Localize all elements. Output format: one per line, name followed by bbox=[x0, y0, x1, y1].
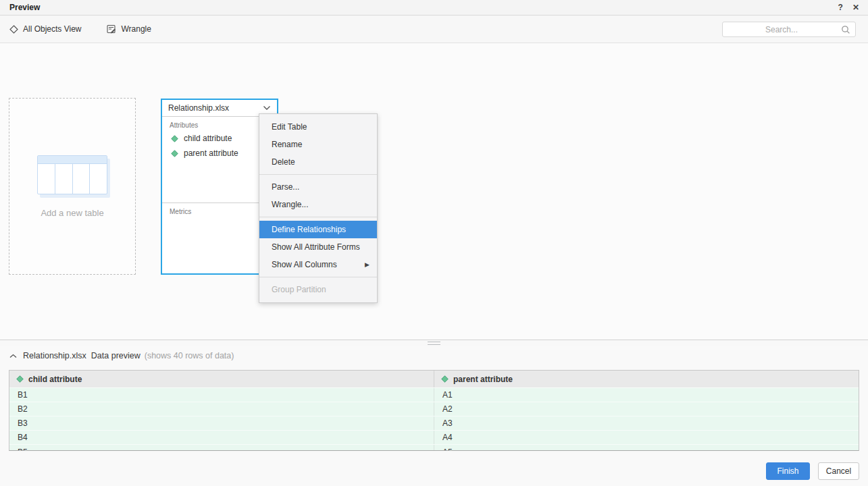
add-new-table-dropzone[interactable]: Add a new table bbox=[9, 98, 136, 275]
search-input[interactable] bbox=[723, 22, 855, 36]
search-icon[interactable] bbox=[840, 24, 851, 35]
submenu-arrow-icon: ▶ bbox=[365, 256, 369, 273]
all-objects-view-button[interactable]: All Objects View bbox=[9, 24, 81, 34]
menu-item-parse[interactable]: Parse... bbox=[259, 178, 377, 196]
menu-item-show-all-columns[interactable]: Show All Columns▶ bbox=[259, 256, 377, 273]
preview-title: Data preview bbox=[91, 351, 141, 360]
collapse-chevron-up-icon[interactable] bbox=[9, 354, 17, 358]
window-titlebar: Preview ? ✕ bbox=[0, 0, 868, 16]
close-icon[interactable]: ✕ bbox=[852, 3, 859, 11]
menu-item-rename[interactable]: Rename bbox=[259, 136, 377, 153]
table-cell: B2 bbox=[9, 402, 434, 416]
data-preview-panel: Relationship.xlsx Data preview (shows 40… bbox=[0, 346, 868, 486]
preview-subtitle: (shows 40 rows of data) bbox=[145, 351, 234, 360]
wrangle-label: Wrangle bbox=[121, 24, 151, 34]
table-cell: A2 bbox=[434, 402, 859, 416]
diamond-outline-icon bbox=[9, 25, 18, 34]
table-row[interactable]: B3A3 bbox=[9, 416, 859, 430]
wrangle-icon bbox=[107, 24, 116, 34]
table-row[interactable]: B4A4 bbox=[9, 430, 859, 444]
attribute-item-label: parent attribute bbox=[184, 148, 238, 158]
panel-splitter[interactable] bbox=[0, 340, 868, 346]
add-table-label: Add a new table bbox=[41, 208, 103, 218]
table-card-title: Relationship.xlsx bbox=[168, 103, 229, 113]
table-row[interactable]: B5A5 bbox=[9, 444, 859, 450]
data-table-header-row: child attributeparent attribute bbox=[9, 371, 859, 387]
menu-item-group-partition: Group Partition bbox=[259, 281, 377, 298]
table-cell: B4 bbox=[9, 431, 434, 444]
menu-item-wrangle[interactable]: Wrangle... bbox=[259, 196, 377, 213]
table-context-menu: Edit TableRenameDeleteParse...Wrangle...… bbox=[259, 113, 378, 303]
finish-button[interactable]: Finish bbox=[766, 462, 810, 480]
wrangle-button[interactable]: Wrangle bbox=[107, 24, 151, 34]
menu-divider bbox=[259, 277, 377, 277]
table-cell: A5 bbox=[434, 445, 859, 450]
table-cell: A1 bbox=[434, 388, 859, 402]
data-preview-header: Relationship.xlsx Data preview (shows 40… bbox=[0, 346, 868, 360]
column-header-child-attribute[interactable]: child attribute bbox=[9, 371, 434, 387]
data-preview-table: child attributeparent attribute B1A1B2A2… bbox=[9, 370, 859, 451]
column-header-parent-attribute[interactable]: parent attribute bbox=[434, 371, 859, 387]
column-header-label: parent attribute bbox=[453, 375, 513, 384]
table-cell: B5 bbox=[9, 445, 434, 450]
column-header-label: child attribute bbox=[28, 375, 82, 384]
table-row[interactable]: B1A1 bbox=[9, 387, 859, 402]
all-objects-view-label: All Objects View bbox=[23, 24, 81, 34]
table-icon bbox=[37, 155, 107, 194]
table-cell: A4 bbox=[434, 431, 859, 444]
menu-item-delete[interactable]: Delete bbox=[259, 153, 377, 171]
table-canvas: Add a new table Relationship.xlsx Attrib… bbox=[0, 44, 868, 340]
menu-divider bbox=[259, 174, 377, 175]
menu-item-show-all-attribute-forms[interactable]: Show All Attribute Forms bbox=[259, 238, 377, 256]
attribute-diamond-icon bbox=[441, 375, 449, 383]
window-title: Preview bbox=[0, 3, 40, 12]
attribute-item-label: child attribute bbox=[184, 134, 232, 143]
preview-table-name: Relationship.xlsx bbox=[23, 351, 86, 360]
toolbar: All Objects View Wrangle bbox=[0, 16, 868, 43]
table-row[interactable]: B2A2 bbox=[9, 402, 859, 416]
help-icon[interactable]: ? bbox=[838, 3, 843, 11]
data-table-body: B1A1B2A2B3A3B4A4B5A5 bbox=[9, 387, 859, 450]
attribute-diamond-icon bbox=[16, 375, 24, 383]
table-cell: B1 bbox=[9, 388, 434, 402]
attribute-diamond-icon bbox=[171, 135, 178, 142]
attribute-diamond-icon bbox=[171, 150, 178, 157]
search-box[interactable] bbox=[722, 22, 856, 37]
cancel-button[interactable]: Cancel bbox=[818, 462, 859, 480]
menu-item-define-relationships[interactable]: Define Relationships bbox=[259, 221, 377, 238]
chevron-down-icon[interactable] bbox=[263, 105, 271, 111]
menu-divider bbox=[259, 217, 377, 217]
table-cell: B3 bbox=[9, 416, 434, 430]
menu-item-edit-table[interactable]: Edit Table bbox=[259, 118, 377, 136]
table-cell: A3 bbox=[434, 416, 859, 430]
splitter-grip-icon[interactable] bbox=[428, 342, 440, 345]
